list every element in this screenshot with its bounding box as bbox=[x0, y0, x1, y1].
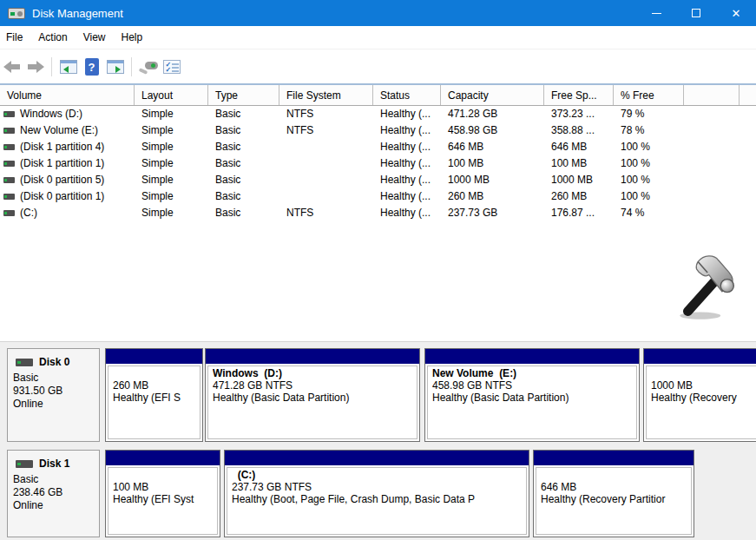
partition-title bbox=[113, 367, 200, 379]
volume-icon bbox=[3, 144, 15, 150]
col-header-type[interactable]: Type bbox=[208, 85, 279, 105]
cell-capacity: 237.73 GB bbox=[441, 205, 544, 221]
toolbar: ? ✓✓ bbox=[0, 50, 756, 83]
cell-pct: 100 % bbox=[614, 188, 684, 205]
disk-size: 931.50 GB bbox=[13, 385, 94, 398]
table-row[interactable]: New Volume (E:) Simple Basic NTFS Health… bbox=[0, 122, 756, 139]
cell-type: Basic bbox=[208, 106, 279, 122]
volume-icon bbox=[3, 161, 15, 167]
cell-type: Basic bbox=[208, 139, 279, 155]
col-header-empty bbox=[684, 85, 740, 105]
volume-name: (C:) bbox=[20, 205, 37, 221]
menu-action[interactable]: Action bbox=[30, 26, 75, 49]
forward-button[interactable] bbox=[23, 56, 47, 78]
cell-type: Basic bbox=[208, 172, 279, 188]
show-action-pane-button[interactable] bbox=[103, 56, 127, 78]
col-header-file-system[interactable]: File System bbox=[279, 85, 373, 105]
checklist-button[interactable]: ✓✓ bbox=[160, 56, 183, 78]
partition-disk1-efi[interactable]: 100 MB Healthy (EFI Syst bbox=[105, 450, 220, 537]
cell-fs: NTFS bbox=[279, 122, 373, 139]
table-row[interactable]: (Disk 0 partition 1) Simple Basic Health… bbox=[0, 188, 756, 205]
partition-status: Healthy (EFI S bbox=[113, 392, 200, 404]
menu-help[interactable]: Help bbox=[114, 26, 151, 49]
close-button[interactable]: ✕ bbox=[716, 0, 756, 26]
col-header-volume[interactable]: Volume bbox=[0, 85, 135, 105]
graphical-view: Disk 0 Basic 931.50 GB Online 260 MB Hea… bbox=[0, 341, 756, 540]
partition-c[interactable]: (C:) 237.73 GB NTFS Healthy (Boot, Page … bbox=[224, 450, 529, 537]
menu-file[interactable]: File bbox=[0, 26, 30, 49]
cell-capacity: 458.98 GB bbox=[441, 122, 544, 139]
back-button[interactable] bbox=[0, 56, 23, 78]
col-header-status[interactable]: Status bbox=[373, 85, 441, 105]
partition-status: Healthy (Recovery bbox=[651, 392, 756, 404]
help-button[interactable]: ? bbox=[80, 56, 103, 78]
table-row[interactable]: (Disk 1 partition 4) Simple Basic Health… bbox=[0, 139, 756, 155]
col-header-capacity[interactable]: Capacity bbox=[441, 85, 544, 105]
cell-type: Basic bbox=[208, 155, 279, 172]
partition-caption-bar bbox=[534, 451, 694, 465]
disk-icon bbox=[16, 460, 33, 468]
volume-name: Windows (D:) bbox=[20, 106, 82, 122]
disk-icon bbox=[16, 359, 33, 366]
partition-disk1-recovery[interactable]: 646 MB Healthy (Recovery Partitior bbox=[533, 450, 694, 537]
disk-state: Online bbox=[13, 499, 94, 512]
toolbar-separator bbox=[131, 57, 132, 76]
magnifier-button[interactable] bbox=[136, 56, 160, 78]
disk0-label-panel[interactable]: Disk 0 Basic 931.50 GB Online bbox=[7, 348, 100, 442]
disk-management-window: Disk Management ✕ File Action View Help … bbox=[0, 0, 756, 540]
volume-name: (Disk 1 partition 1) bbox=[20, 155, 104, 172]
cell-status: Healthy (... bbox=[373, 205, 441, 221]
cell-free: 358.88 ... bbox=[544, 122, 614, 139]
minimize-button[interactable] bbox=[636, 0, 676, 26]
partition-caption-bar bbox=[106, 349, 202, 364]
cell-capacity: 1000 MB bbox=[441, 172, 544, 188]
cell-fs bbox=[279, 188, 373, 205]
partition-size: 458.98 GB NTFS bbox=[432, 379, 636, 392]
partition-caption-bar bbox=[225, 451, 529, 465]
partition-title: New Volume (E:) bbox=[432, 367, 636, 379]
cell-status: Healthy (... bbox=[373, 155, 441, 172]
partition-size: 1000 MB bbox=[651, 379, 756, 392]
partition-new-volume-e[interactable]: New Volume (E:) 458.98 GB NTFS Healthy (… bbox=[424, 348, 640, 442]
maximize-button[interactable] bbox=[676, 0, 716, 26]
partition-title bbox=[541, 469, 691, 481]
col-header-pct-free[interactable]: % Free bbox=[614, 85, 684, 105]
forward-icon bbox=[27, 61, 44, 73]
back-icon bbox=[3, 61, 21, 73]
disk-state: Online bbox=[13, 398, 94, 411]
show-console-tree-button[interactable] bbox=[56, 56, 80, 78]
disk1-label-panel[interactable]: Disk 1 Basic 238.46 GB Online bbox=[7, 450, 100, 537]
col-header-free-space[interactable]: Free Sp... bbox=[544, 85, 614, 105]
cell-capacity: 260 MB bbox=[441, 188, 544, 205]
table-row[interactable]: (Disk 1 partition 1) Simple Basic Health… bbox=[0, 155, 756, 172]
partition-disk0-recovery[interactable]: 1000 MB Healthy (Recovery bbox=[643, 348, 756, 442]
partition-status: Healthy (EFI Syst bbox=[113, 493, 217, 505]
menu-view[interactable]: View bbox=[76, 26, 114, 49]
volume-icon bbox=[3, 128, 15, 134]
volume-name: New Volume (E:) bbox=[20, 122, 98, 139]
table-row[interactable]: (Disk 0 partition 5) Simple Basic Health… bbox=[0, 172, 756, 188]
show-console-tree-icon bbox=[60, 60, 77, 74]
maximize-icon bbox=[692, 9, 700, 17]
cell-pct: 100 % bbox=[614, 155, 684, 172]
col-header-layout[interactable]: Layout bbox=[135, 85, 208, 105]
partition-size: 471.28 GB NTFS bbox=[213, 379, 417, 392]
table-row[interactable]: (C:) Simple Basic NTFS Healthy (... 237.… bbox=[0, 205, 756, 221]
cell-free: 176.87 ... bbox=[544, 205, 614, 221]
cell-capacity: 100 MB bbox=[441, 155, 544, 172]
cell-layout: Simple bbox=[135, 106, 208, 122]
partition-disk0-efi[interactable]: 260 MB Healthy (EFI S bbox=[105, 348, 203, 442]
cell-type: Basic bbox=[208, 122, 279, 139]
checklist-icon: ✓✓ bbox=[163, 60, 181, 74]
partition-windows-d[interactable]: Windows (D:) 471.28 GB NTFS Healthy (Bas… bbox=[205, 348, 420, 442]
cell-pct: 79 % bbox=[614, 106, 684, 122]
show-action-pane-icon bbox=[107, 60, 124, 74]
disk-name: Disk 0 bbox=[39, 356, 69, 368]
volume-icon bbox=[3, 177, 15, 183]
partition-caption-bar bbox=[425, 349, 639, 364]
partition-status: Healthy (Boot, Page File, Crash Dump, Ba… bbox=[232, 493, 526, 505]
menu-bar: File Action View Help bbox=[0, 26, 756, 49]
volume-list: Volume Layout Type File System Status Ca… bbox=[0, 85, 756, 341]
volume-list-header: Volume Layout Type File System Status Ca… bbox=[0, 85, 756, 106]
table-row[interactable]: Windows (D:) Simple Basic NTFS Healthy (… bbox=[0, 106, 756, 122]
